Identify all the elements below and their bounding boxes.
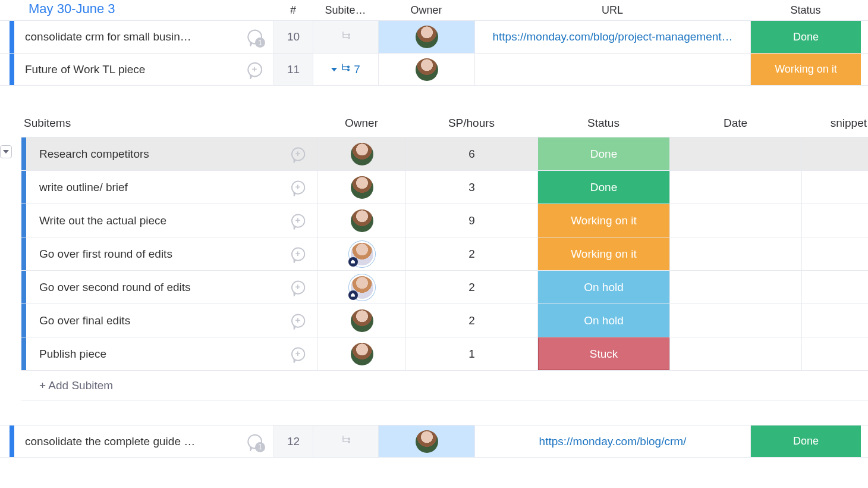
col-header-url[interactable]: URL	[474, 4, 750, 17]
subitem-owner-cell[interactable]	[317, 304, 405, 337]
subitem-status-cell[interactable]: Working on it	[537, 204, 669, 237]
subcol-header-snippet[interactable]: snippet	[801, 117, 868, 130]
subitem-sp-cell[interactable]: 9	[405, 204, 537, 237]
subitem-sp-cell[interactable]: 2	[405, 304, 537, 337]
subcol-header-owner[interactable]: Owner	[317, 117, 405, 130]
subitem-status-cell[interactable]: On hold	[537, 304, 669, 337]
plus-icon: +	[295, 214, 301, 224]
chat-add-icon[interactable]: +	[289, 212, 307, 230]
status-cell[interactable]: Done	[750, 426, 861, 457]
chat-add-icon[interactable]: +	[289, 279, 307, 296]
chat-add-icon[interactable]: +	[289, 245, 307, 263]
subitem-date-cell[interactable]	[669, 204, 801, 237]
subitem-date-cell[interactable]	[669, 337, 801, 370]
item-name-cell[interactable]: consolidate crm for small busin… 1	[14, 21, 273, 53]
subitem-snippet-cell[interactable]	[801, 237, 868, 270]
chat-add-icon[interactable]: +	[245, 60, 264, 79]
svg-point-0	[348, 34, 350, 36]
subitem-name-cell[interactable]: write outline/ brief +	[26, 171, 317, 204]
item-number-cell[interactable]: 10	[273, 21, 313, 53]
subitems-toggle[interactable]	[313, 426, 378, 457]
subitem-sp-cell[interactable]: 1	[405, 337, 537, 370]
subitem-status-cell[interactable]: Done	[537, 171, 669, 204]
subitem-row[interactable]: Research competitors + 6 Done	[21, 137, 868, 170]
subitem-owner-cell[interactable]	[317, 137, 405, 170]
subitems-toggle[interactable]	[313, 21, 378, 53]
subitem-owner-cell[interactable]	[317, 271, 405, 304]
subitem-name-label: Go over second round of edits	[39, 281, 317, 294]
chat-add-icon[interactable]: +	[289, 345, 307, 363]
subitem-sp-cell[interactable]: 2	[405, 237, 537, 270]
subitem-sp-cell[interactable]: 3	[405, 171, 537, 204]
url-link[interactable]: https://monday.com/blog/project-manageme…	[486, 30, 738, 43]
subcol-header-sp[interactable]: SP/hours	[405, 117, 537, 130]
url-cell[interactable]	[474, 54, 750, 85]
subitem-snippet-cell[interactable]	[801, 204, 868, 237]
subitem-date-cell[interactable]	[669, 304, 801, 337]
subitems-toggle[interactable]: 7	[313, 54, 378, 85]
subitem-row[interactable]: Publish piece + 1 Stuck	[21, 337, 868, 370]
subcol-header-status[interactable]: Status	[537, 117, 669, 130]
subitem-snippet-cell[interactable]	[801, 171, 868, 204]
subitem-owner-cell[interactable]	[317, 337, 405, 370]
owner-cell[interactable]	[378, 21, 474, 53]
chat-icon[interactable]: 1	[245, 432, 264, 451]
subcol-header-name[interactable]: Subitems	[21, 117, 317, 130]
subitem-row[interactable]: Write out the actual piece + 9 Working o…	[21, 204, 868, 237]
subitem-name-cell[interactable]: Research competitors +	[26, 137, 317, 170]
subitem-name-cell[interactable]: Publish piece +	[26, 337, 317, 370]
subitem-date-cell[interactable]	[669, 171, 801, 204]
subitem-status-cell[interactable]: Stuck	[537, 337, 669, 370]
subitem-date-cell[interactable]	[669, 271, 801, 304]
collapse-subitems-button[interactable]	[0, 145, 12, 158]
url-link[interactable]: https://monday.com/blog/crm/	[533, 435, 693, 448]
status-cell[interactable]: Working on it	[750, 54, 861, 85]
item-name-cell[interactable]: Future of Work TL piece +	[14, 54, 273, 85]
plus-icon: +	[295, 248, 301, 258]
subitem-row[interactable]: Go over first round of edits + 2 Working…	[21, 237, 868, 270]
subitem-snippet-cell[interactable]	[801, 304, 868, 337]
subitem-name-cell[interactable]: Write out the actual piece +	[26, 204, 317, 237]
add-subitem-row[interactable]: + Add Subitem	[21, 370, 868, 401]
subitem-row[interactable]: Go over final edits + 2 On hold	[21, 304, 868, 337]
group-title[interactable]: May 30-June 3	[14, 0, 273, 23]
item-name-cell[interactable]: consolidate the complete guide … 1	[14, 426, 273, 457]
table-row[interactable]: Future of Work TL piece + 11 7 Working o…	[0, 53, 868, 86]
subitem-owner-cell[interactable]	[317, 171, 405, 204]
chat-icon[interactable]: 1	[245, 27, 264, 46]
item-number-cell[interactable]: 11	[273, 54, 313, 85]
owner-cell[interactable]	[378, 426, 474, 457]
col-header-subitems[interactable]: Subite…	[313, 4, 378, 17]
subitem-owner-cell[interactable]	[317, 204, 405, 237]
subitem-status-cell[interactable]: Working on it	[537, 237, 669, 270]
col-header-status[interactable]: Status	[750, 4, 861, 17]
chat-add-icon[interactable]: +	[289, 179, 307, 196]
chat-add-icon[interactable]: +	[289, 145, 307, 163]
subitem-owner-cell[interactable]	[317, 237, 405, 270]
subitem-row[interactable]: Go over second round of edits + 2 On hol…	[21, 270, 868, 304]
table-row[interactable]: consolidate the complete guide … 1 12 ht…	[0, 425, 868, 458]
subitem-date-cell[interactable]	[669, 137, 801, 170]
status-cell[interactable]: Done	[750, 21, 861, 53]
subitem-date-cell[interactable]	[669, 237, 801, 270]
subitem-snippet-cell[interactable]	[801, 137, 868, 170]
subitem-status-cell[interactable]: Done	[537, 137, 669, 170]
chat-add-icon[interactable]: +	[289, 312, 307, 330]
subitem-name-cell[interactable]: Go over first round of edits +	[26, 237, 317, 270]
col-header-owner[interactable]: Owner	[378, 4, 474, 17]
subitem-name-cell[interactable]: Go over final edits +	[26, 304, 317, 337]
subitem-name-cell[interactable]: Go over second round of edits +	[26, 271, 317, 304]
table-row[interactable]: consolidate crm for small busin… 1 10 ht…	[0, 20, 868, 53]
subitem-row[interactable]: write outline/ brief + 3 Done	[21, 170, 868, 204]
url-cell[interactable]: https://monday.com/blog/crm/	[474, 426, 750, 457]
subitem-sp-cell[interactable]: 2	[405, 271, 537, 304]
item-number-cell[interactable]: 12	[273, 426, 313, 457]
url-cell[interactable]: https://monday.com/blog/project-manageme…	[474, 21, 750, 53]
subcol-header-date[interactable]: Date	[669, 117, 801, 130]
subitem-snippet-cell[interactable]	[801, 271, 868, 304]
subitem-sp-cell[interactable]: 6	[405, 137, 537, 170]
subitem-snippet-cell[interactable]	[801, 337, 868, 370]
subitem-status-cell[interactable]: On hold	[537, 271, 669, 304]
owner-cell[interactable]	[378, 54, 474, 85]
col-header-number[interactable]: #	[273, 4, 313, 17]
